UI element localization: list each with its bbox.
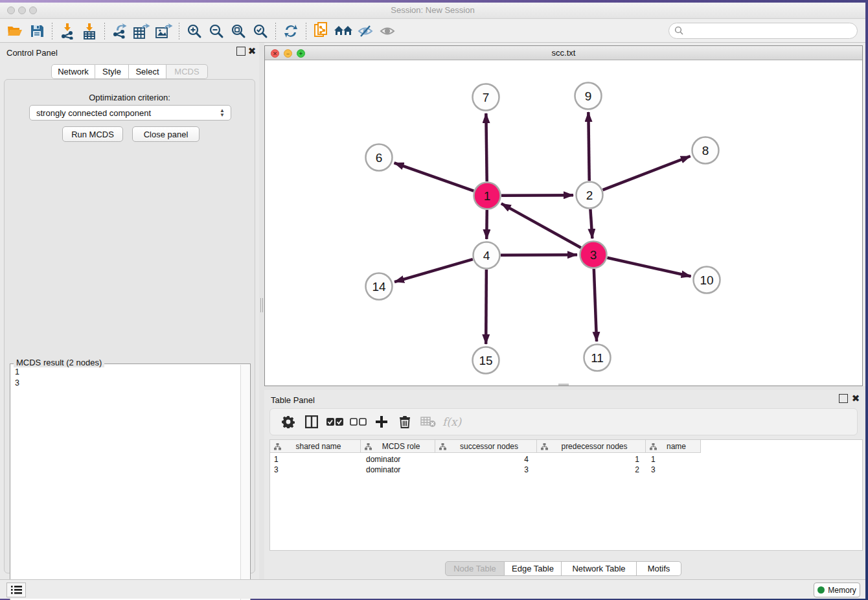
network-scroll-handle[interactable] xyxy=(558,384,569,386)
tab-network[interactable]: Network xyxy=(51,64,95,79)
vertical-splitter[interactable] xyxy=(259,43,264,579)
edge-2-8[interactable] xyxy=(603,156,691,190)
column-header-predecessor-nodes[interactable]: predecessor nodes xyxy=(537,440,646,453)
function-builder-icon: f(x) xyxy=(442,415,461,428)
tab-motifs[interactable]: Motifs xyxy=(637,561,681,576)
cell-predecessor-nodes[interactable]: 2 xyxy=(537,465,646,475)
edge-3-1[interactable] xyxy=(501,203,581,248)
search-input[interactable] xyxy=(668,23,858,39)
control-panel-title: Control Panel xyxy=(6,48,58,58)
first-neighbors-icon[interactable] xyxy=(332,21,354,41)
node-label-1: 1 xyxy=(484,189,491,203)
table-panel: Table Panel ✖ xyxy=(264,390,865,579)
memory-status-icon xyxy=(817,586,825,594)
insert-column-icon[interactable] xyxy=(300,411,323,432)
network-view-window: ✕ − + scc.txt 7968124314101511 xyxy=(264,45,863,386)
select-all-icon[interactable] xyxy=(323,411,347,432)
save-session-icon[interactable] xyxy=(26,21,48,41)
tab-select[interactable]: Select xyxy=(129,64,166,79)
table-row[interactable]: 3dominator323 xyxy=(270,465,862,475)
cell-shared-name[interactable]: 3 xyxy=(270,465,361,475)
refresh-icon[interactable] xyxy=(280,21,302,41)
table-toolbar: f(x) xyxy=(269,408,858,435)
hide-selected-icon[interactable] xyxy=(354,21,376,41)
column-header-MCDS-role[interactable]: MCDS role xyxy=(361,440,435,453)
application-window: Session: New Session xyxy=(0,3,865,599)
export-image-icon[interactable] xyxy=(153,21,175,41)
main-titlebar: Session: New Session xyxy=(0,3,865,19)
node-table[interactable]: shared nameMCDS rolesuccessor nodesprede… xyxy=(269,439,863,551)
delete-icon[interactable] xyxy=(393,411,417,432)
edge-4-15[interactable] xyxy=(486,270,486,344)
cell-MCDS-role[interactable]: dominator xyxy=(361,454,435,465)
edge-4-14[interactable] xyxy=(394,259,473,282)
network-titlebar[interactable]: ✕ − + scc.txt xyxy=(265,46,862,60)
node-label-11: 11 xyxy=(591,351,604,365)
table-tabs: Node TableEdge TableNetwork TableMotifs xyxy=(445,561,681,576)
column-header-shared-name[interactable]: shared name xyxy=(270,440,361,453)
float-panel-icon[interactable] xyxy=(236,47,246,56)
list-icon xyxy=(11,585,22,595)
network-canvas[interactable]: 7968124314101511 xyxy=(265,60,862,386)
export-network-icon[interactable] xyxy=(109,21,131,41)
cell-shared-name[interactable]: 1 xyxy=(270,454,361,465)
tab-mcds[interactable]: MCDS xyxy=(166,64,208,79)
add-icon[interactable] xyxy=(370,411,393,432)
mcds-result-title: MCDS result (2 nodes) xyxy=(14,358,104,367)
edge-2-3[interactable] xyxy=(590,209,592,238)
task-history-button[interactable] xyxy=(6,583,26,597)
gear-icon[interactable] xyxy=(277,411,300,432)
edge-1-6[interactable] xyxy=(394,163,474,190)
node-label-8: 8 xyxy=(702,144,709,157)
cell-successor-nodes[interactable]: 4 xyxy=(435,454,537,465)
import-table-icon[interactable] xyxy=(78,21,100,41)
export-table-icon[interactable] xyxy=(131,21,153,41)
tab-network-table[interactable]: Network Table xyxy=(562,561,637,576)
edge-3-11[interactable] xyxy=(594,269,597,341)
cell-MCDS-role[interactable]: dominator xyxy=(361,465,435,475)
mcds-result-list[interactable]: 13 xyxy=(11,365,240,600)
table-close-icon[interactable]: ✖ xyxy=(851,394,860,403)
edge-1-7[interactable] xyxy=(486,113,486,181)
cell-name[interactable]: 1 xyxy=(646,454,701,465)
open-file-icon[interactable] xyxy=(4,21,26,41)
memory-button[interactable]: Memory xyxy=(814,583,860,597)
run-mcds-button[interactable]: Run MCDS xyxy=(62,126,123,142)
cell-name[interactable]: 3 xyxy=(646,465,701,475)
result-scrollbar[interactable] xyxy=(240,365,249,600)
optimization-criterion-label: Optimization criterion: xyxy=(5,93,255,102)
show-all-icon[interactable] xyxy=(376,21,398,41)
tab-edge-table[interactable]: Edge Table xyxy=(505,561,562,576)
cell-predecessor-nodes[interactable]: 1 xyxy=(537,454,646,465)
network-graph[interactable]: 7968124314101511 xyxy=(265,60,862,386)
edge-3-10[interactable] xyxy=(607,258,691,277)
zoom-out-icon[interactable] xyxy=(205,21,227,41)
edge-1-2[interactable] xyxy=(501,195,573,196)
table-float-icon[interactable] xyxy=(839,394,848,403)
close-panel-button[interactable]: Close panel xyxy=(132,126,200,142)
cell-successor-nodes[interactable]: 3 xyxy=(435,465,537,475)
column-header-successor-nodes[interactable]: successor nodes xyxy=(435,440,537,453)
desktop: Session: New Session xyxy=(0,0,868,600)
tab-style[interactable]: Style xyxy=(95,64,129,79)
close-panel-icon[interactable]: ✖ xyxy=(247,47,257,56)
fit-content-icon[interactable] xyxy=(227,21,249,41)
node-label-15: 15 xyxy=(479,354,492,367)
mcds-tab-content: Optimization criterion: strongly connect… xyxy=(4,79,255,573)
zoom-selected-icon[interactable] xyxy=(249,21,271,41)
network-from-selection-icon[interactable] xyxy=(310,21,332,41)
delete-table-icon xyxy=(417,411,440,432)
column-header-name[interactable]: name xyxy=(646,440,701,453)
tab-node-table[interactable]: Node Table xyxy=(445,561,505,576)
table-row[interactable]: 1dominator411 xyxy=(270,454,862,465)
import-network-icon[interactable] xyxy=(56,21,78,41)
edge-2-9[interactable] xyxy=(588,112,589,181)
zoom-in-icon[interactable] xyxy=(183,21,205,41)
node-label-2: 2 xyxy=(586,189,593,202)
deselect-all-icon[interactable] xyxy=(347,411,370,432)
edge-4-3[interactable] xyxy=(501,255,577,255)
result-item[interactable]: 3 xyxy=(15,378,236,389)
criterion-dropdown[interactable]: strongly connected component ▲▼ xyxy=(29,105,231,121)
result-item[interactable]: 1 xyxy=(15,367,236,378)
network-title: scc.txt xyxy=(265,48,862,58)
